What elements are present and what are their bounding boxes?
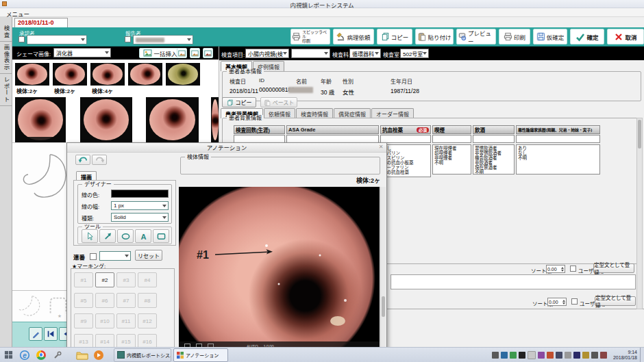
undo-button[interactable] [75,155,90,165]
copy-section-button[interactable]: コピー [222,97,256,107]
side-tab[interactable]: レポート [0,74,12,106]
file-explorer-icon[interactable] [74,348,90,362]
start-button[interactable] [0,348,16,362]
annotation-titlebar[interactable]: アノテーション [67,143,386,153]
detail-tab[interactable]: 依頼情報 [264,108,295,118]
sort-order-spinner[interactable]: 0.00 [546,265,565,273]
annotation-image[interactable]: #1 AUTO 1/100 [179,187,380,362]
scrollbar-thumb[interactable] [382,296,385,317]
detail-tab[interactable]: 検査時情報 [296,108,333,118]
register-template-button[interactable]: 定型文として登録 [593,263,634,273]
thumbnail-endoscopy-3[interactable] [90,63,125,86]
tray-icon[interactable] [528,351,536,359]
sequence-checkbox[interactable] [90,253,97,260]
marker-button[interactable]: #3 [116,272,136,287]
list-item[interactable]: 不明 [434,160,469,165]
marker-button[interactable]: #7 [116,293,136,308]
first-image-button[interactable] [44,327,58,341]
exam-room-select[interactable]: 502号室 [400,49,429,58]
cancel-button[interactable]: 取消 [607,29,644,44]
copy-button[interactable]: コピー [377,29,412,44]
list-item[interactable]: 現在禁酒者 [475,165,512,170]
tray-icon[interactable] [573,352,580,359]
tray-icon[interactable] [510,352,517,359]
marker-button[interactable]: #8 [138,293,157,308]
stomach-mini-schema[interactable] [16,294,42,320]
arrow-tool-button[interactable] [99,229,116,243]
taskbar-app-annotation[interactable]: アノテーション [173,348,228,362]
pathology-request-button[interactable]: 病理依頼 [333,29,374,44]
tools-icon[interactable] [49,348,66,362]
column-filter-input[interactable] [473,135,515,143]
gallery-endoscopy-2[interactable] [80,97,132,142]
line-color-swatch[interactable] [111,190,169,198]
tray-icon[interactable] [591,352,598,359]
list-item[interactable]: 他の抗血小板薬 [382,160,429,165]
reporter-select[interactable] [133,35,193,44]
media-player-icon[interactable] [90,348,107,362]
list-item[interactable]: 不明 [475,170,512,174]
text-tool-button[interactable]: A [135,229,151,243]
exam-dept-select[interactable]: 循環器科 [349,49,381,58]
paste-section-button[interactable]: ペースト [260,97,297,107]
list-item[interactable]: なし [518,151,598,155]
approver-checkbox[interactable] [18,36,25,42]
line-width-select[interactable]: 1 px [111,201,169,210]
marker-button[interactable]: #2 [95,272,114,287]
tray-icon[interactable] [538,352,545,359]
list-item[interactable]: 現在喫煙者 [434,146,469,151]
tray-icon[interactable] [519,352,525,359]
marker-button[interactable]: #9 [74,313,93,328]
marker-button[interactable]: #1 [74,272,93,287]
gallery-endoscopy-1[interactable] [15,97,66,142]
redo-button[interactable] [92,155,107,165]
user-only-checkbox[interactable] [570,266,576,272]
spinner-arrows-icon[interactable] [562,300,565,305]
marker-button[interactable]: #6 [95,293,114,308]
list-item[interactable]: ワーファリン [382,165,429,170]
gallery-endoscopy-3[interactable] [146,97,199,142]
thumbnail-endoscopy-1[interactable] [15,63,49,86]
close-icon[interactable]: ✕ [377,144,385,151]
tray-icon[interactable] [501,352,508,359]
thumbnail-endoscopy-2[interactable] [53,63,87,86]
tray-icon[interactable] [565,352,571,359]
list-item[interactable]: 非飲酒者 [475,160,512,165]
chrome-icon[interactable] [33,348,49,362]
register-template-button[interactable]: 定型文として登録 [595,296,636,306]
marker-button[interactable]: #5 [74,293,93,308]
list-item[interactable]: 前喫煙者 [434,151,469,155]
thumbnail-endoscopy-5[interactable] [166,63,200,86]
reset-button[interactable]: リセット [135,250,162,261]
reporter-checkbox[interactable] [125,36,131,42]
tray-icon[interactable] [492,352,499,359]
detail-tab[interactable]: 偶発症情報 [334,108,371,118]
batch-insert-button[interactable]: 一括挿入 [139,48,182,58]
list-item[interactable]: 他の抗血栓薬 [382,170,429,174]
marker-button[interactable]: #11 [116,313,136,328]
sequence-select[interactable] [99,251,131,261]
paste-button[interactable]: 貼り付け [415,29,454,44]
line-type-select[interactable]: Solid [111,213,169,222]
taskbar-app-report[interactable]: 内視鏡レポートシス... [114,348,171,362]
list-item[interactable]: ヘパリン [382,151,429,155]
tray-icon[interactable] [556,352,562,359]
thumbnail-endoscopy-4[interactable] [128,63,162,86]
image-tool-button-2[interactable] [190,48,200,58]
list-item[interactable]: なし [382,146,429,151]
vertical-scrollbar[interactable] [636,118,643,309]
detail-tab[interactable]: オーダー情報 [371,108,414,118]
side-tab[interactable]: 検査 [0,23,12,42]
image-tool-button-1[interactable] [177,48,187,58]
confirm-button[interactable]: 確定 [570,29,604,44]
list-item[interactable]: 非喫煙者 [434,155,469,160]
marker-button[interactable]: #10 [95,313,114,328]
list-item[interactable]: アスピリン [382,155,429,160]
column-filter-input[interactable] [380,135,431,143]
template-text-input[interactable] [391,274,636,289]
schema-select[interactable]: 消化器 [53,48,111,57]
exam-item-select[interactable]: 小腸内視鏡(検 [245,49,289,58]
list-item[interactable]: 不明 [518,155,598,160]
spinner-arrows-icon[interactable] [561,267,564,272]
document-tab[interactable]: 2018/01/11-0 [14,18,68,27]
